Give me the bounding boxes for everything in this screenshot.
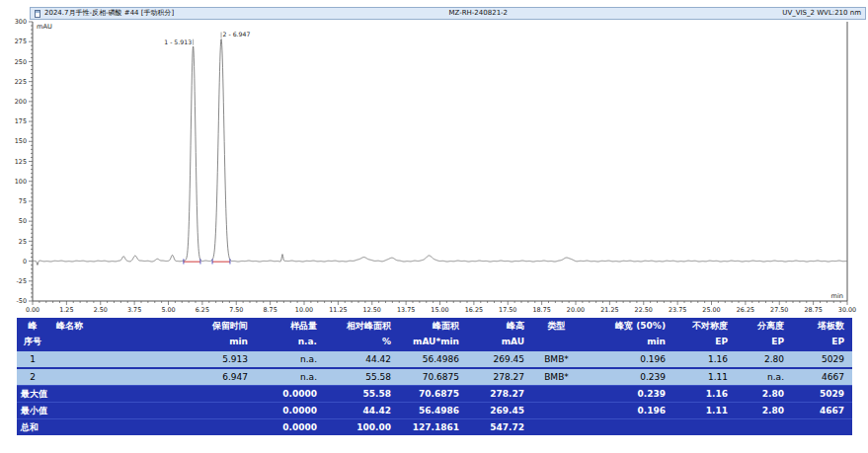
summary-row: 总和0.0000100.00127.1861547.72 bbox=[17, 418, 852, 435]
y-tick-label: 75 bbox=[19, 197, 27, 205]
summary-value-cell bbox=[532, 419, 587, 435]
summary-value-cell bbox=[532, 386, 587, 402]
summary-value-cell: 100.00 bbox=[325, 419, 399, 435]
summary-value-cell bbox=[736, 419, 792, 435]
summary-value-cell: 0.0000 bbox=[256, 403, 325, 418]
y-tick-label: 250 bbox=[15, 58, 27, 66]
y-tick-label: 150 bbox=[15, 137, 27, 145]
y-tick-label: 100 bbox=[15, 178, 27, 186]
x-tick-label: 10.00 bbox=[295, 306, 313, 314]
summary-value-cell: 0.196 bbox=[587, 403, 673, 418]
peak-value-cell bbox=[54, 369, 168, 385]
header-cell: 保留时间 bbox=[168, 318, 256, 334]
x-tick-label: 8.75 bbox=[264, 306, 277, 314]
injection-document-icon bbox=[35, 10, 40, 18]
x-tick-label: 30.00 bbox=[838, 306, 856, 314]
summary-value-cell bbox=[168, 403, 256, 418]
peak-value-cell: 278.27 bbox=[467, 369, 532, 385]
x-tick-label: 2.50 bbox=[94, 306, 108, 314]
header-unit-cell bbox=[532, 334, 587, 349]
summary-value-cell: 269.45 bbox=[467, 403, 532, 418]
summary-label: 总和 bbox=[17, 419, 168, 435]
header-unit-cell: mAU*min bbox=[399, 334, 467, 349]
y-tick-label: 50 bbox=[19, 217, 27, 225]
header-cell: 塔板数 bbox=[792, 318, 852, 334]
header-cell: 峰宽 (50%) bbox=[587, 318, 673, 334]
summary-row: 最大值0.000055.5870.6875278.270.2391.162.80… bbox=[17, 385, 852, 402]
peak-value-cell: 55.58 bbox=[325, 369, 399, 385]
peak-value-cell: 2 bbox=[17, 369, 54, 385]
header-cell: 样品量 bbox=[256, 318, 325, 334]
summary-value-cell: 0.0000 bbox=[256, 419, 325, 435]
summary-value-cell: 0.239 bbox=[587, 386, 673, 402]
peak-value-cell: 2.80 bbox=[736, 351, 792, 367]
peak-value-cell: 56.4986 bbox=[399, 351, 467, 367]
summary-value-cell: 1.11 bbox=[673, 403, 736, 418]
peak-value-cell: 5.913 bbox=[168, 351, 256, 367]
header-cell: 类型 bbox=[532, 318, 587, 334]
table-row[interactable]: 15.913n.a.44.4256.4986269.45BMB*0.1961.1… bbox=[17, 349, 852, 367]
header-unit-cell: EP bbox=[792, 334, 852, 349]
x-tick-label: 13.75 bbox=[397, 306, 415, 314]
header-unit-cell: mAU bbox=[467, 334, 532, 349]
peak-value-cell: 4667 bbox=[792, 369, 852, 385]
peak-results-table: 峰峰名称保留时间样品量相对峰面积峰面积峰高类型峰宽 (50%)不对称度分离度塔板… bbox=[17, 318, 852, 435]
chromatogram-trace bbox=[33, 39, 847, 265]
y-tick-label: 200 bbox=[15, 98, 27, 106]
x-axis-unit: min bbox=[831, 292, 843, 300]
y-tick-label: -50 bbox=[17, 297, 27, 305]
peak-value-cell: 1.16 bbox=[673, 351, 736, 367]
x-tick-label: 18.75 bbox=[532, 306, 550, 314]
header-cell: 峰高 bbox=[467, 318, 532, 334]
table-row[interactable]: 26.947n.a.55.5870.6875278.27BMB*0.2391.1… bbox=[17, 367, 852, 385]
summary-value-cell bbox=[587, 419, 673, 435]
summary-label: 最小值 bbox=[17, 403, 168, 418]
x-tick-label: 25.00 bbox=[702, 306, 720, 314]
peak-value-cell: 70.6875 bbox=[399, 369, 467, 385]
summary-value-cell: 2.80 bbox=[736, 386, 792, 402]
table-header-row: 峰峰名称保留时间样品量相对峰面积峰面积峰高类型峰宽 (50%)不对称度分离度塔板… bbox=[17, 318, 852, 334]
x-tick-label: 7.50 bbox=[229, 306, 243, 314]
summary-value-cell: 1.16 bbox=[673, 386, 736, 402]
summary-label: 最大值 bbox=[17, 386, 168, 402]
header-unit-cell bbox=[54, 334, 168, 349]
table-header-unit-row: 序号minn.a.%mAU*minmAUminEPEPEP bbox=[17, 334, 852, 349]
summary-value-cell: 547.72 bbox=[467, 419, 532, 435]
x-tick-label: 28.75 bbox=[804, 306, 822, 314]
summary-value-cell: 0.0000 bbox=[256, 386, 325, 402]
x-tick-label: 26.25 bbox=[737, 306, 754, 314]
peak-label: 1 - 5.913 bbox=[164, 38, 192, 45]
peak-value-cell: 44.42 bbox=[325, 351, 399, 367]
header-unit-cell: % bbox=[325, 334, 399, 349]
x-tick-label: 17.50 bbox=[499, 306, 516, 314]
header-unit-cell: min bbox=[587, 334, 673, 349]
header-unit-cell: min bbox=[168, 334, 256, 349]
header-cell: 不对称度 bbox=[673, 318, 736, 334]
peak-value-cell: 5029 bbox=[792, 351, 852, 367]
peak-value-cell: 1 bbox=[17, 351, 54, 367]
peak-value-cell: 269.45 bbox=[467, 351, 532, 367]
peak-value-cell: n.a. bbox=[256, 351, 325, 367]
peak-value-cell: 0.196 bbox=[587, 351, 673, 367]
header-unit-cell: n.a. bbox=[256, 334, 325, 349]
x-tick-label: 16.25 bbox=[465, 306, 483, 314]
y-axis-unit: mAU bbox=[37, 23, 52, 31]
x-tick-label: 12.50 bbox=[363, 306, 381, 314]
plot-header-bar: 2024.7月手性-反相-磷酸 #44 [手动积分] MZ-RH-240821-… bbox=[30, 7, 866, 20]
peak-value-cell: n.a. bbox=[736, 369, 792, 385]
summary-value-cell bbox=[673, 419, 736, 435]
header-cell: 峰 bbox=[17, 318, 54, 334]
x-tick-label: 22.50 bbox=[635, 306, 653, 314]
peak-value-cell: 0.239 bbox=[587, 369, 673, 385]
x-tick-label: 27.50 bbox=[770, 306, 788, 314]
summary-value-cell: 56.4986 bbox=[399, 403, 467, 418]
summary-value-cell bbox=[168, 386, 256, 402]
peak-value-cell: BMB* bbox=[532, 351, 587, 367]
y-tick-label: 175 bbox=[15, 117, 27, 125]
channel-wavelength-label: UV_VIS_2 WVL:210 nm bbox=[782, 8, 861, 19]
summary-value-cell: 44.42 bbox=[325, 403, 399, 418]
chromatogram-plot[interactable]: -50-250255075100125150175200225250275300… bbox=[0, 0, 868, 316]
x-tick-label: 11.25 bbox=[329, 306, 347, 314]
y-tick-label: 0 bbox=[23, 258, 27, 265]
summary-value-cell bbox=[792, 419, 852, 435]
